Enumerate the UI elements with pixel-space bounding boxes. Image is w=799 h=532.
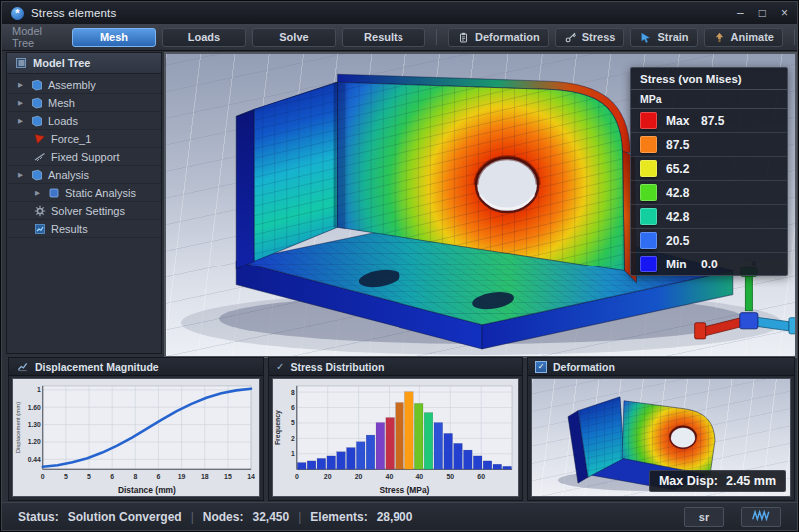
svg-text:0: 0 <box>295 473 299 480</box>
folder-blue-icon <box>30 96 43 109</box>
tree-item-analysis[interactable]: ▶Analysis <box>7 166 161 184</box>
svg-text:5: 5 <box>87 473 91 480</box>
histogram-bar <box>454 443 463 469</box>
legend-row: Max87.5 <box>631 109 787 133</box>
legend-swatch <box>640 112 657 129</box>
svg-text:20: 20 <box>355 473 363 480</box>
minimize-button[interactable]: – <box>737 7 744 19</box>
close-button[interactable]: × <box>781 7 788 19</box>
legend-row: 42.8 <box>631 181 787 205</box>
results-button-label: Results <box>364 31 403 43</box>
tree-item-solver-settings[interactable]: Solver Settings <box>7 202 161 220</box>
toolbar-separator <box>794 29 795 45</box>
loads-button[interactable]: Loads <box>162 28 246 47</box>
line-chart-icon <box>16 360 29 373</box>
tree-item-label: Mesh <box>48 97 75 109</box>
strain-button[interactable]: Strain <box>630 28 697 47</box>
histogram-bar <box>386 418 395 470</box>
histogram-bar <box>434 423 443 470</box>
loads-button-label: Loads <box>188 31 220 43</box>
deformation-checkbox[interactable]: ✓ <box>535 361 547 373</box>
tree-item-label: Loads <box>48 115 78 127</box>
results-button[interactable]: Results <box>342 28 425 47</box>
legend-row-value: 65.2 <box>666 162 689 176</box>
elements-label: Elements: <box>310 510 367 524</box>
deformation-panel: ✓ Deformation <box>527 357 795 501</box>
legend-swatch <box>640 256 657 272</box>
histogram-bar <box>424 413 433 470</box>
strain-button-label: Strain <box>657 31 688 43</box>
histogram-bar <box>405 392 414 469</box>
tree-item-label: Static Analysis <box>65 187 136 199</box>
waveform-button[interactable] <box>741 507 781 527</box>
deformation-panel-header: ✓ Deformation <box>528 358 794 376</box>
sr-button[interactable]: sr <box>684 507 724 527</box>
maximize-button[interactable]: □ <box>759 7 766 19</box>
tree-item-static-analysis[interactable]: ▶Static Analysis <box>7 184 161 202</box>
elements-value: 28,900 <box>377 510 413 524</box>
legend-title: Stress (von Mises) <box>631 68 787 90</box>
folder-blue-icon <box>30 168 43 181</box>
viewport-3d[interactable]: X Stress (von Mises) MPa Max87.587.565.2… <box>164 52 797 358</box>
deformation-view[interactable]: Max Disp: 2.45 mm <box>531 378 791 497</box>
histogram-bar <box>444 433 453 469</box>
animate-button-label: Animate <box>731 31 774 43</box>
legend-swatch <box>640 232 657 249</box>
stress-histogram-area: 020204040506012568Stress (MPa)Frequency <box>272 378 519 497</box>
legend-swatch <box>640 184 657 201</box>
legend-row: 42.8 <box>631 205 787 229</box>
check-icon: ✓ <box>276 362 284 372</box>
tree-item-label: Assembly <box>48 79 96 91</box>
model-tree: ▶Assembly▶Mesh▶LoadsForce_1Fixed Support… <box>7 74 161 238</box>
tree-item-mesh[interactable]: ▶Mesh <box>7 94 161 112</box>
legend-row-value: 87.5 <box>666 138 689 152</box>
status-separator: | <box>191 510 194 524</box>
tree-item-loads[interactable]: ▶Loads <box>7 112 161 130</box>
deformation-button-label: Deformation <box>475 31 540 43</box>
histogram-bar <box>297 463 306 470</box>
tree-item-label: Analysis <box>48 169 89 181</box>
legend-row: 20.5 <box>631 229 787 253</box>
animate-button[interactable]: Animate <box>704 28 783 47</box>
nodes-value: 32,450 <box>252 510 289 524</box>
mesh-button[interactable]: Mesh <box>72 28 156 47</box>
force-icon <box>33 132 46 145</box>
deformation-button[interactable]: Deformation <box>448 28 549 47</box>
solve-button[interactable]: Solve <box>252 28 336 47</box>
expand-arrow-icon[interactable]: ▶ <box>33 189 42 197</box>
histogram-bar <box>414 403 423 469</box>
histogram-bar <box>307 461 316 469</box>
tree-item-force-1[interactable]: Force_1 <box>7 130 161 148</box>
expand-arrow-icon[interactable]: ▶ <box>16 81 25 89</box>
histogram-bar <box>347 448 356 470</box>
histogram-bar <box>337 452 346 469</box>
svg-text:18: 18 <box>201 473 209 480</box>
legend-row-value: 87.5 <box>701 114 724 128</box>
toolbar: Model Tree Mesh Loads Solve Results Defo… <box>2 24 797 51</box>
histogram-bar <box>396 403 404 470</box>
model-tree-panel: Model Tree ▶Assembly▶Mesh▶LoadsForce_1Fi… <box>6 52 162 354</box>
model-tree-icon <box>14 57 27 70</box>
tree-item-results[interactable]: Results <box>7 220 161 238</box>
displacement-panel-title: Displacement Magnitude <box>35 361 159 373</box>
legend-row: 87.5 <box>631 133 787 157</box>
svg-text:6: 6 <box>110 473 114 480</box>
tree-item-label: Fixed Support <box>51 151 119 163</box>
svg-text:19: 19 <box>178 473 186 480</box>
svg-text:5: 5 <box>291 419 295 426</box>
model-tree-toggle-label[interactable]: Model Tree <box>12 25 42 49</box>
expand-arrow-icon[interactable]: ▶ <box>16 171 25 179</box>
tree-item-assembly[interactable]: ▶Assembly <box>7 76 161 94</box>
tree-item-fixed-support[interactable]: Fixed Support <box>7 148 161 166</box>
animate-icon <box>713 31 726 44</box>
deformation-panel-title: Deformation <box>553 361 615 373</box>
histogram-bar <box>483 461 492 469</box>
stress-button[interactable]: Stress <box>555 28 625 47</box>
histogram-bar <box>356 442 365 469</box>
histogram-bar <box>493 464 502 469</box>
expand-arrow-icon[interactable]: ▶ <box>16 117 25 125</box>
expand-arrow-icon[interactable]: ▶ <box>16 99 25 107</box>
svg-text:0: 0 <box>41 473 45 480</box>
titlebar: * Stress elements – □ × <box>2 2 797 25</box>
sr-button-label: sr <box>699 511 709 523</box>
